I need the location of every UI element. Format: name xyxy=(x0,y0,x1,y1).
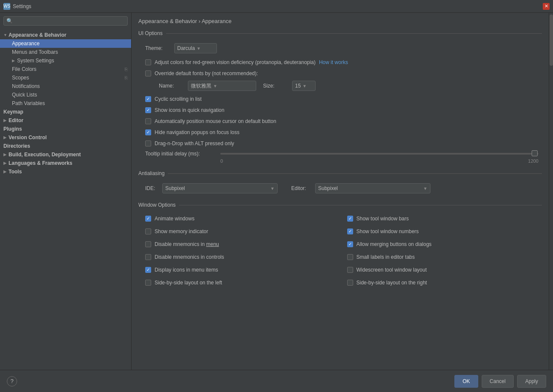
sidebar-item-notifications[interactable]: Notifications xyxy=(0,82,131,91)
antialiasing-label: Antialiasing xyxy=(138,170,164,176)
show-tool-window-numbers-checkbox[interactable] xyxy=(347,228,353,234)
window-title: Settings xyxy=(13,3,31,9)
display-icons-checkbox[interactable] xyxy=(145,267,151,273)
sidebar-item-editor[interactable]: ▶ Editor xyxy=(0,116,131,125)
widescreen-label: Widescreen tool window layout xyxy=(357,267,427,273)
sidebar-item-tools[interactable]: ▶ Tools xyxy=(0,167,131,176)
animate-windows-checkbox[interactable] xyxy=(145,216,151,222)
side-by-side-left-checkbox[interactable] xyxy=(145,280,151,286)
font-row: Name: 微软雅黑 ▼ Size: 15 ▼ xyxy=(159,81,542,91)
cyclic-scrolling-checkbox[interactable] xyxy=(145,96,151,102)
slider-values: 0 1200 xyxy=(217,158,542,164)
slider-track[interactable] xyxy=(220,153,538,155)
slider-min: 0 xyxy=(220,158,223,164)
sidebar: 🔍 ▼ Appearance & Behavior Appearance Men… xyxy=(0,13,132,370)
allow-merging-row: Allow merging buttons on dialogs xyxy=(347,240,542,248)
sidebar-label: Version Control xyxy=(9,135,47,140)
disable-mnemonics-controls-label: Disable mnemonics in controls xyxy=(155,254,224,260)
sidebar-item-scopes[interactable]: Scopes ⎘ xyxy=(0,73,131,82)
theme-dropdown[interactable]: Darcula ▼ xyxy=(174,43,217,53)
ide-label: IDE: xyxy=(145,185,159,191)
sidebar-item-directories[interactable]: Directories xyxy=(0,142,131,150)
cyclic-scrolling-label: Cyclic scrolling in list xyxy=(155,96,202,102)
right-scrollbar[interactable] xyxy=(549,13,553,370)
sidebar-label: System Settings xyxy=(17,58,54,64)
show-tool-window-bars-checkbox[interactable] xyxy=(347,216,353,222)
theme-value: Darcula xyxy=(177,45,195,51)
hide-nav-popups-checkbox[interactable] xyxy=(145,129,151,135)
help-button[interactable]: ? xyxy=(7,376,17,386)
sidebar-label: Scopes xyxy=(12,75,29,81)
dialog-body: 🔍 ▼ Appearance & Behavior Appearance Men… xyxy=(0,13,553,370)
how-it-works-link[interactable]: How it works xyxy=(319,59,348,65)
editor-dropdown[interactable]: Subpixel ▼ xyxy=(315,183,430,193)
adjust-colors-label: Adjust colors for red-green vision defic… xyxy=(155,59,316,65)
sidebar-item-system-settings[interactable]: ▶ System Settings xyxy=(0,56,131,65)
expand-icon: ▶ xyxy=(3,135,7,140)
sidebar-label: Menus and Toolbars xyxy=(12,49,58,55)
allow-merging-checkbox[interactable] xyxy=(347,241,353,247)
window-options-label: Window Options xyxy=(138,202,176,208)
override-fonts-checkbox[interactable] xyxy=(145,70,151,76)
ide-field: IDE: Subpixel ▼ xyxy=(145,183,278,193)
expand-icon: ▶ xyxy=(3,118,7,123)
show-icons-checkbox[interactable] xyxy=(145,107,151,113)
apply-button[interactable]: Apply xyxy=(517,375,546,388)
sidebar-label: Languages & Frameworks xyxy=(9,160,72,166)
widescreen-checkbox[interactable] xyxy=(347,267,353,273)
sidebar-item-languages-frameworks[interactable]: ▶ Languages & Frameworks xyxy=(0,159,131,167)
disable-mnemonics-menu-checkbox[interactable] xyxy=(145,241,151,247)
ok-button[interactable]: OK xyxy=(454,375,478,388)
auto-position-label: Automatically position mouse cursor on d… xyxy=(155,118,276,124)
sidebar-item-appearance-behavior[interactable]: ▼ Appearance & Behavior xyxy=(0,31,131,39)
cancel-button[interactable]: Cancel xyxy=(482,375,514,388)
auto-position-checkbox[interactable] xyxy=(145,118,151,124)
drag-drop-checkbox[interactable] xyxy=(145,140,151,146)
cyclic-scrolling-row: Cyclic scrolling in list xyxy=(145,95,542,103)
sidebar-label: Plugins xyxy=(3,126,22,132)
expand-icon: ▶ xyxy=(3,152,7,157)
ide-dropdown[interactable]: Subpixel ▼ xyxy=(162,183,278,193)
slider-max: 1200 xyxy=(528,158,538,164)
hide-nav-popups-row: Hide navigation popups on focus loss xyxy=(145,129,542,136)
show-tool-window-numbers-label: Show tool window numbers xyxy=(357,228,419,234)
font-name-arrow: ▼ xyxy=(213,84,217,88)
search-box[interactable]: 🔍 xyxy=(3,16,128,26)
slider-thumb[interactable] xyxy=(532,150,538,156)
sidebar-item-build-execution[interactable]: ▶ Build, Execution, Deployment xyxy=(0,150,131,159)
sidebar-item-plugins[interactable]: Plugins xyxy=(0,125,131,133)
disable-mnemonics-controls-checkbox[interactable] xyxy=(145,254,151,260)
show-memory-checkbox[interactable] xyxy=(145,228,151,234)
sidebar-item-keymap[interactable]: Keymap xyxy=(0,108,131,116)
sidebar-item-menus-toolbars[interactable]: Menus and Toolbars xyxy=(0,48,131,56)
scroll-thumb[interactable] xyxy=(550,15,553,66)
sidebar-item-version-control[interactable]: ▶ Version Control xyxy=(0,133,131,142)
search-input[interactable] xyxy=(15,18,125,24)
small-labels-checkbox[interactable] xyxy=(347,254,353,260)
font-size-dropdown[interactable]: 15 ▼ xyxy=(292,81,316,91)
disable-mnemonics-menu-row: Disable mnemonics in menu xyxy=(145,240,340,248)
sidebar-label: Appearance xyxy=(12,41,40,47)
sidebar-item-appearance[interactable]: Appearance xyxy=(0,39,131,48)
auto-position-row: Automatically position mouse cursor on d… xyxy=(145,117,542,125)
sidebar-label: Appearance & Behavior xyxy=(9,32,66,38)
sidebar-item-quick-lists[interactable]: Quick Lists xyxy=(0,91,131,99)
sidebar-item-file-colors[interactable]: File Colors ⎘ xyxy=(0,65,131,73)
small-labels-label: Small labels in editor tabs xyxy=(357,254,415,260)
show-memory-row: Show memory indicator xyxy=(145,228,340,235)
side-by-side-left-row: Side-by-side layout on the left xyxy=(145,279,340,287)
editor-field: Editor: Subpixel ▼ xyxy=(291,183,430,193)
override-fonts-label: Override default fonts by (not recommend… xyxy=(155,70,258,76)
font-name-dropdown[interactable]: 微软雅黑 ▼ xyxy=(188,81,256,91)
adjust-colors-checkbox[interactable] xyxy=(145,59,151,65)
sidebar-item-path-variables[interactable]: Path Variables xyxy=(0,99,131,108)
close-button[interactable]: ✕ xyxy=(543,3,550,10)
font-name-value: 微软雅黑 xyxy=(191,82,211,90)
font-size-arrow: ▼ xyxy=(302,84,307,88)
side-by-side-right-checkbox[interactable] xyxy=(347,280,353,286)
footer-right: OK Cancel Apply xyxy=(454,375,546,388)
content-area: Appearance & Behavior › Appearance UI Op… xyxy=(132,13,549,370)
antialiasing-row: IDE: Subpixel ▼ Editor: Subpixel ▼ xyxy=(145,183,542,193)
breadcrumb: Appearance & Behavior › Appearance xyxy=(132,13,549,29)
font-size-value: 15 xyxy=(295,83,301,89)
